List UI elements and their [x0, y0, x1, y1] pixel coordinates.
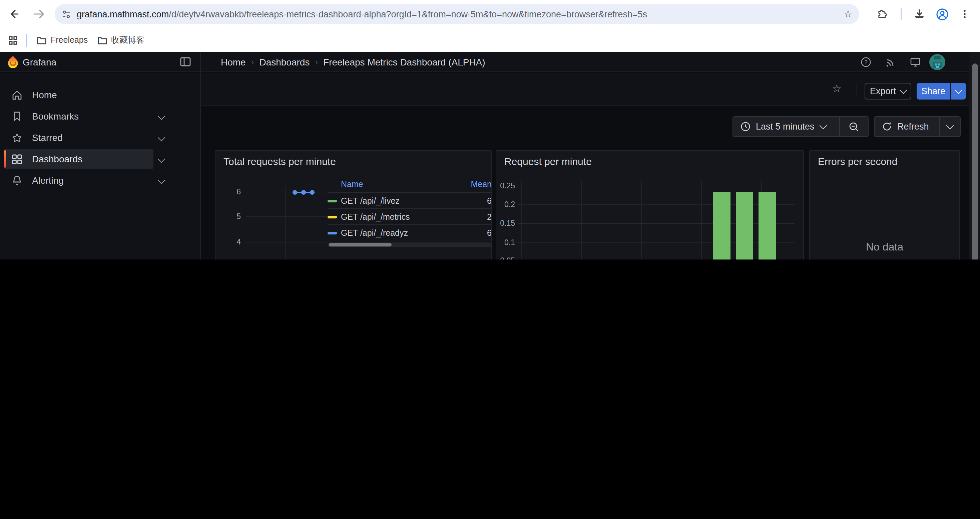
- brand-name[interactable]: Grafana: [23, 57, 56, 67]
- bookmark-star-icon[interactable]: ☆: [843, 8, 853, 20]
- grafana-topnav: Grafana Home › Dashboards › Freeleaps Me…: [0, 52, 980, 72]
- legend-row[interactable]: GET /api/_/metrics 2: [328, 208, 492, 224]
- sidebar: Home Bookmarks Starred Dashboards Alerti…: [0, 73, 200, 260]
- downloads-button[interactable]: [911, 6, 927, 22]
- share-dropdown-button[interactable]: [951, 83, 966, 99]
- chevron-down-icon[interactable]: [158, 134, 165, 142]
- panel-errors-per-second[interactable]: Errors per second No data: [809, 150, 960, 260]
- clock-icon: [740, 121, 751, 132]
- y-tick: 0.15: [496, 219, 515, 227]
- legend-mean-header[interactable]: Mean: [452, 180, 492, 189]
- refresh-controls[interactable]: Refresh: [874, 116, 961, 137]
- browser-forward-button[interactable]: [31, 6, 47, 22]
- dashboard-controls: ☆ Export Share: [201, 73, 980, 105]
- panel-title[interactable]: Errors per second: [818, 156, 897, 167]
- url-bar[interactable]: grafana.mathmast.com/d/deytv4rwavabkb/fr…: [55, 4, 859, 24]
- breadcrumb-separator: ›: [310, 57, 323, 67]
- news-button[interactable]: [885, 57, 896, 67]
- sidebar-item-bookmarks[interactable]: Bookmarks: [4, 106, 153, 126]
- display-button[interactable]: [910, 57, 921, 67]
- grafana-logo[interactable]: [7, 56, 19, 69]
- home-icon: [11, 89, 23, 101]
- panel-title[interactable]: Total requests per minute: [223, 156, 336, 167]
- grafana-flame-icon: [7, 56, 19, 69]
- bookmark-icon: [11, 110, 23, 122]
- legend-name-header[interactable]: Name: [328, 180, 452, 189]
- screen: grafana.mathmast.com/d/deytv4rwavabkb/fr…: [0, 0, 980, 260]
- sidebar-item-dashboards[interactable]: Dashboards: [4, 149, 153, 169]
- controls-divider: [857, 83, 857, 96]
- y-tick: 0.2: [496, 200, 515, 208]
- folder-icon: [37, 36, 47, 45]
- series-name[interactable]: GET /api/_/metrics: [341, 212, 452, 222]
- forward-icon: [33, 9, 44, 19]
- series-name[interactable]: GET /api/_/readyz: [341, 228, 452, 238]
- help-icon: ?: [861, 57, 871, 67]
- breadcrumb: Home › Dashboards › Freeleaps Metrics Da…: [221, 52, 485, 72]
- chevron-down-icon[interactable]: [158, 113, 165, 120]
- tune-icon[interactable]: [61, 9, 72, 19]
- bookmark-label: Freeleaps: [51, 35, 88, 45]
- export-button[interactable]: Export: [865, 83, 911, 99]
- url-path: /d/deytv4rwavabkb/freeleaps-metrics-dash…: [169, 9, 647, 19]
- breadcrumb-home[interactable]: Home: [221, 56, 246, 67]
- series-mean: 6: [452, 196, 492, 205]
- bookmark-folder-freeleaps[interactable]: Freeleaps: [37, 35, 88, 45]
- bar-2xx: [713, 192, 730, 260]
- extensions-button[interactable]: [874, 6, 890, 22]
- browser-menu-button[interactable]: [957, 6, 973, 22]
- page-scrollbar-thumb[interactable]: [972, 64, 978, 260]
- sidebar-item-label: Bookmarks: [32, 111, 79, 121]
- panel-title[interactable]: Request per minute: [504, 156, 592, 167]
- download-icon: [914, 9, 924, 19]
- data-point: [310, 190, 315, 194]
- dashboards-icon: [11, 153, 23, 164]
- plot-area[interactable]: [246, 186, 327, 260]
- browser-profile-button[interactable]: [934, 6, 950, 22]
- sidebar-item-label: Starred: [32, 132, 63, 143]
- time-range-picker[interactable]: Last 5 minutes: [732, 116, 869, 137]
- y-tick: 0.25: [496, 181, 515, 189]
- series-name[interactable]: GET /api/_/livez: [341, 196, 452, 205]
- user-avatar[interactable]: [929, 54, 945, 70]
- y-tick: 5: [217, 212, 241, 220]
- share-button[interactable]: Share: [916, 83, 950, 99]
- bookmarks-bar: Freeleaps 收藏博客: [0, 28, 980, 52]
- legend-row[interactable]: GET /api/_/readyz 6: [328, 224, 492, 241]
- chevron-down-icon[interactable]: [158, 155, 165, 163]
- sidebar-item-home[interactable]: Home: [4, 85, 153, 105]
- dock-sidebar-button[interactable]: [180, 57, 191, 67]
- monitor-icon: [910, 57, 921, 67]
- panel-total-requests[interactable]: Total requests per minute 6 5 4 3 2 17:4…: [215, 150, 492, 260]
- url-domain: grafana.mathmast.com: [77, 9, 169, 19]
- y-tick: 0.05: [496, 257, 515, 260]
- favorite-dashboard-star-icon[interactable]: ☆: [832, 82, 842, 95]
- profile-icon: [935, 8, 948, 21]
- plot-area[interactable]: [518, 181, 795, 260]
- legend-scrollbar-thumb[interactable]: [329, 243, 391, 246]
- zoom-out-button[interactable]: [840, 117, 868, 136]
- sidebar-item-alerting[interactable]: Alerting: [4, 170, 153, 190]
- refresh-interval-dropdown[interactable]: [940, 117, 960, 136]
- sidebar-item-starred[interactable]: Starred: [4, 128, 153, 148]
- apps-grid-button[interactable]: [8, 35, 18, 45]
- series-color-pill: [328, 200, 337, 202]
- bookmarks-divider: [26, 34, 27, 46]
- panel-legend: Name Mean GET /api/_/livez 6 GET /api/_/…: [328, 176, 492, 247]
- legend-row[interactable]: GET /api/_/livez 6: [328, 192, 492, 208]
- legend-header: Name Mean: [328, 176, 492, 192]
- bar-2xx: [759, 192, 776, 260]
- browser-back-button[interactable]: [5, 6, 21, 22]
- legend-scrollbar[interactable]: [328, 243, 492, 247]
- url-text[interactable]: grafana.mathmast.com/d/deytv4rwavabkb/fr…: [77, 9, 843, 19]
- y-tick: 4: [217, 238, 241, 246]
- chevron-down-icon[interactable]: [158, 177, 165, 184]
- star-icon: [11, 132, 23, 143]
- help-button[interactable]: ?: [861, 57, 871, 67]
- page-scrollbar[interactable]: [969, 52, 980, 260]
- folder-icon: [97, 36, 107, 45]
- y-tick: 0.1: [496, 238, 515, 246]
- panel-request-per-minute[interactable]: Request per minute 0.25 0.2 0.15 0.1 0.0…: [496, 150, 804, 260]
- breadcrumb-dashboards[interactable]: Dashboards: [259, 56, 310, 67]
- bookmark-folder-blogs[interactable]: 收藏博客: [97, 34, 145, 46]
